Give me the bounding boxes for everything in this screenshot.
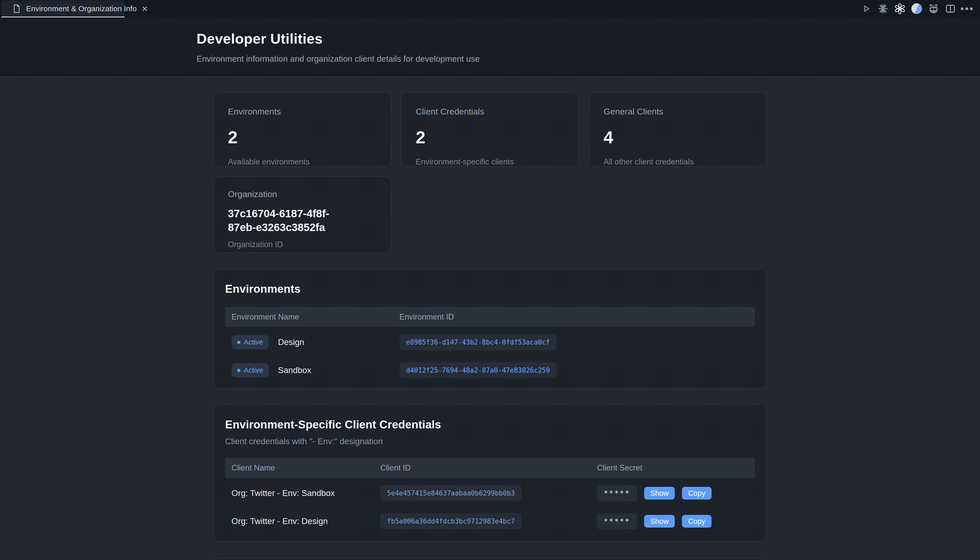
window-toolbar: ••• — [859, 2, 980, 17]
stat-value: 2 — [416, 127, 564, 147]
environments-heading: Environments — [225, 283, 755, 295]
starburst-icon — [877, 3, 889, 14]
file-icon — [12, 4, 21, 13]
status-label: Active — [244, 338, 263, 346]
environment-row: Active Design e8985f36-d147-43b2-8bc4-0f… — [225, 330, 755, 355]
organization-label: Organization — [228, 189, 376, 199]
play-icon — [861, 4, 871, 13]
main-content: Environments 2 Available environments Cl… — [213, 92, 767, 560]
environment-name: Design — [278, 337, 304, 347]
stat-caption: All other client credentials — [604, 157, 752, 167]
stat-caption: Environment-specific clients — [416, 157, 564, 167]
client-name: Org: Twitter - Env: Sandbox — [231, 488, 335, 498]
client-secret-masked: ***** — [597, 513, 637, 529]
stat-card-client-credentials: Client Credentials 2 Environment-specifi… — [401, 92, 579, 167]
organization-id: 37c16704-6187-4f8f-87eb-e3263c3852fa — [228, 207, 356, 234]
environments-section: Environments Environment Name Environmen… — [213, 269, 767, 388]
ellipsis-icon: ••• — [960, 6, 974, 11]
copy-button[interactable]: Copy — [682, 515, 712, 528]
page-header: Developer Utilities Environment informat… — [0, 17, 980, 77]
client-name: Org: Twitter - Env: Design — [231, 517, 328, 526]
tab-title: Environment & Organization Info — [26, 4, 137, 13]
client-secret-masked: ***** — [597, 485, 637, 502]
page-title: Developer Utilities — [197, 30, 980, 47]
copy-button[interactable]: Copy — [682, 487, 712, 500]
column-environment-name: Environment Name — [225, 312, 393, 322]
next-section-card — [213, 558, 767, 560]
stat-card-general-clients: General Clients 4 All other client crede… — [589, 92, 767, 167]
credential-row: Org: Twitter - Env: Sandbox 5e4e457415e8… — [225, 480, 755, 506]
env-credentials-heading: Environment-Specific Client Credentials — [225, 418, 755, 431]
bot-button[interactable] — [926, 2, 941, 15]
split-view-icon — [945, 3, 956, 14]
column-client-id: Client ID — [374, 463, 590, 473]
sphere-button[interactable] — [910, 2, 924, 15]
environment-id-chip: d4012f25-7694-48a2-87a0-47e83026c259 — [400, 362, 557, 378]
bot-face-icon — [928, 3, 940, 15]
env-credentials-subtitle: Client credentials with "- Env:" designa… — [225, 437, 755, 446]
show-button[interactable]: Show — [644, 515, 675, 528]
status-badge: Active — [231, 335, 269, 349]
stat-caption: Available environments — [228, 157, 376, 167]
split-view-button[interactable] — [943, 2, 958, 15]
environments-table-header: Environment Name Environment ID — [225, 307, 755, 327]
status-dot-icon — [237, 341, 241, 344]
tab-environment-info[interactable]: Environment & Organization Info × — [2, 0, 125, 17]
environment-id-chip: e8985f36-d147-43b2-8bc4-0fdf53aca0cf — [400, 334, 557, 350]
status-dot-icon — [237, 369, 241, 372]
client-id-chip: fb5a006a36dd4fdcb3bc9712983e4bc7 — [380, 513, 522, 529]
status-badge: Active — [231, 363, 269, 377]
openai-icon — [894, 3, 906, 15]
credentials-table-header: Client Name Client ID Client Secret — [225, 458, 755, 478]
column-client-name: Client Name — [225, 463, 374, 473]
status-label: Active — [244, 366, 263, 374]
client-id-chip: 5e4e457415e84637aabaa0b6299bb0b3 — [380, 485, 522, 501]
spark-button[interactable] — [876, 2, 890, 15]
column-client-secret: Client Secret — [590, 463, 755, 473]
page-subtitle: Environment information and organization… — [197, 54, 980, 64]
openai-button[interactable] — [893, 2, 907, 15]
tab-close-icon[interactable]: × — [142, 3, 148, 14]
tab-bar: Environment & Organization Info × — [0, 0, 980, 17]
more-button[interactable]: ••• — [960, 2, 974, 15]
stat-label: Environments — [228, 107, 376, 117]
environment-row: Active Sandbox d4012f25-7694-48a2-87a0-4… — [225, 358, 755, 383]
stat-value: 4 — [604, 127, 752, 147]
environment-name: Sandbox — [278, 365, 311, 375]
stat-label: General Clients — [604, 107, 752, 117]
run-button[interactable] — [859, 2, 873, 15]
column-environment-id: Environment ID — [393, 312, 755, 322]
stat-card-environments: Environments 2 Available environments — [213, 92, 391, 167]
organization-card: Organization 37c16704-6187-4f8f-87eb-e32… — [213, 177, 391, 253]
env-credentials-section: Environment-Specific Client Credentials … — [213, 405, 767, 542]
credential-row: Org: Twitter - Env: Design fb5a006a36dd4… — [225, 508, 755, 534]
show-button[interactable]: Show — [644, 487, 675, 500]
stat-value: 2 — [228, 127, 376, 147]
stats-grid: Environments 2 Available environments Cl… — [213, 92, 767, 253]
sphere-icon — [911, 3, 922, 14]
organization-caption: Organization ID — [228, 240, 376, 249]
stat-label: Client Credentials — [416, 107, 564, 117]
